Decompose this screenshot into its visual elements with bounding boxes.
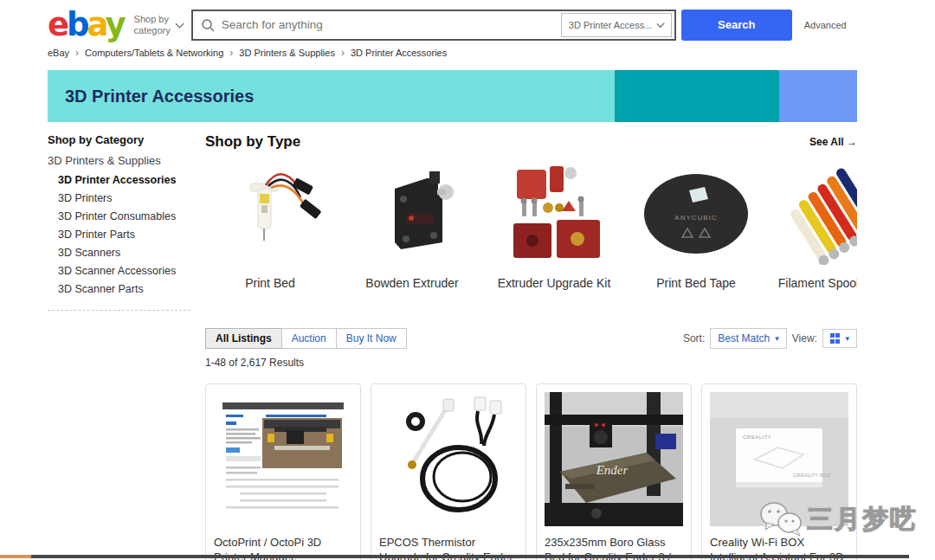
shop-by-category-label: Shop by category — [134, 14, 171, 35]
ebay-logo[interactable]: ebay — [48, 9, 124, 41]
product-image-glass-bed: Ender — [545, 392, 683, 526]
box-brand-text: CREALITY — [743, 434, 771, 440]
sort-value: Best Match — [718, 332, 770, 344]
product-image-thermistor — [379, 392, 518, 526]
product-grid: OctoPrint / OctoPi 3D Printer Manager. P… — [205, 383, 857, 560]
carousel-item-print-bed-tape[interactable]: ANYCUBIC Print Bed Tape — [631, 162, 761, 292]
breadcrumb-separator-icon: › — [341, 47, 345, 59]
results-count: 1-48 of 2,617 Results — [205, 357, 857, 369]
sort-dropdown[interactable]: Best Match ▾ — [710, 328, 787, 349]
bowden-extruder-image — [356, 163, 468, 265]
sidebar-item-3d-printer-parts[interactable]: 3D Printer Parts — [48, 225, 195, 243]
sidebar-list: 3D Printer Accessories 3D Printers 3D Pr… — [48, 171, 195, 298]
carousel-item-label: Bowden Extruder — [347, 275, 477, 292]
search-input[interactable] — [215, 18, 561, 31]
product-image-octoprint — [214, 392, 352, 526]
carousel-item-print-bed[interactable]: Print Bed — [205, 162, 335, 292]
grid-view-icon — [830, 333, 841, 344]
sidebar-item-3d-scanners[interactable]: 3D Scanners — [48, 243, 195, 261]
sidebar-divider — [48, 310, 190, 311]
logo-letter: b — [67, 6, 87, 43]
tab-buy-it-now[interactable]: Buy It Now — [336, 328, 407, 349]
product-card[interactable]: OctoPrint / OctoPi 3D Printer Manager. P… — [205, 383, 361, 560]
logo-letter: y — [105, 6, 123, 43]
bed-brand-text: ANYCUBIC — [674, 214, 717, 222]
chevron-down-icon — [175, 19, 184, 28]
search-category-select[interactable]: 3D Printer Access... — [561, 13, 672, 37]
product-card[interactable]: EPCOS Thermistor Upgrade for Creality En… — [371, 383, 526, 560]
chevron-down-icon — [657, 19, 665, 27]
sidebar-item-3d-printer-consumables[interactable]: 3D Printer Consumables — [48, 207, 195, 225]
sidebar-item-3d-printers-supplies[interactable]: 3D Printers & Supplies — [48, 154, 195, 167]
listing-type-tabs: All Listings Auction Buy It Now — [205, 328, 407, 349]
box-label-text: CREALITY BOX — [793, 473, 831, 478]
page-title: 3D Printer Accessories — [48, 87, 254, 106]
carousel-item-label: Filament Spool Holder — [773, 275, 857, 292]
shop-by-type-title: Shop by Type — [205, 133, 300, 151]
carousel-item-filament-spool-holder[interactable]: Filament Spool Holder — [773, 162, 857, 292]
carousel-item-label: Print Bed — [205, 275, 335, 292]
sort-label: Sort: — [683, 332, 705, 344]
product-card[interactable]: Ender 235x235mm Boro Glass Bed for Creal… — [536, 383, 692, 560]
search-button[interactable]: Search — [681, 10, 792, 41]
carousel-item-label: Extruder Upgrade Kit — [489, 275, 619, 292]
breadcrumb-separator-icon: › — [75, 47, 79, 59]
filament-spool-holder-image — [773, 163, 857, 265]
shop-by-type-carousel: Print Bed — [205, 162, 857, 292]
logo-letter: a — [87, 6, 106, 43]
breadcrumb: eBay › Computers/Tablets & Networking › … — [48, 47, 857, 59]
sidebar-item-3d-printers[interactable]: 3D Printers — [48, 189, 195, 207]
product-image-creality-box: CREALITY CREALITY BOX — [710, 392, 848, 526]
bottom-edge-bar — [0, 555, 935, 558]
breadcrumb-item[interactable]: 3D Printers & Supplies — [239, 48, 335, 58]
sidebar-title: Shop by Category — [48, 133, 195, 146]
category-banner: 3D Printer Accessories — [48, 70, 857, 122]
sort-view-controls: Sort: Best Match ▾ View: ▾ — [683, 328, 857, 349]
print-bed-image — [214, 163, 326, 265]
main-content: Shop by Type See All → — [205, 133, 857, 560]
shop-by-category-menu[interactable]: Shop by category — [134, 14, 183, 35]
sidebar-item-3d-scanner-parts[interactable]: 3D Scanner Parts — [48, 280, 195, 298]
sidebar-item-3d-printer-accessories[interactable]: 3D Printer Accessories — [48, 171, 195, 189]
view-dropdown[interactable]: ▾ — [822, 329, 857, 348]
tab-all-listings[interactable]: All Listings — [205, 328, 282, 349]
carousel-item-label: Print Bed Tape — [631, 275, 761, 292]
breadcrumb-separator-icon: › — [229, 47, 233, 59]
results-toolbar: All Listings Auction Buy It Now Sort: Be… — [205, 328, 857, 349]
search-icon — [201, 18, 215, 32]
search-category-value: 3D Printer Access... — [569, 20, 653, 30]
product-card[interactable]: CREALITY CREALITY BOX Creality Wi-Fi BOX… — [701, 383, 857, 560]
view-label: View: — [792, 332, 817, 344]
bottom-bar-orange-segment — [0, 555, 31, 558]
see-all-link[interactable]: See All → — [809, 136, 857, 148]
banner-accent-blue — [779, 70, 857, 122]
logo-letter: e — [48, 6, 67, 43]
advanced-search-link[interactable]: Advanced — [804, 20, 847, 30]
breadcrumb-item[interactable]: eBay — [48, 48, 69, 58]
banner-accent-dark — [615, 70, 779, 122]
breadcrumb-item[interactable]: Computers/Tablets & Networking — [85, 48, 223, 58]
carousel-item-bowden-extruder[interactable]: Bowden Extruder — [347, 162, 477, 292]
carousel-item-extruder-upgrade-kit[interactable]: Extruder Upgrade Kit — [489, 162, 619, 292]
caret-down-icon: ▾ — [845, 334, 849, 343]
category-sidebar: Shop by Category 3D Printers & Supplies … — [48, 133, 195, 560]
bottom-bar-dark-segment — [31, 555, 909, 558]
extruder-upgrade-kit-image — [498, 163, 610, 265]
sidebar-item-3d-scanner-accessories[interactable]: 3D Scanner Accessories — [48, 261, 195, 280]
printer-brand-text: Ender — [596, 463, 629, 477]
site-header: ebay Shop by category 3D Printer Access.… — [48, 0, 857, 42]
tab-auction[interactable]: Auction — [281, 328, 337, 349]
print-bed-tape-image: ANYCUBIC — [635, 163, 757, 265]
caret-down-icon: ▾ — [775, 334, 779, 343]
search-bar: 3D Printer Access... — [191, 10, 676, 41]
breadcrumb-item[interactable]: 3D Printer Accessories — [351, 48, 447, 58]
